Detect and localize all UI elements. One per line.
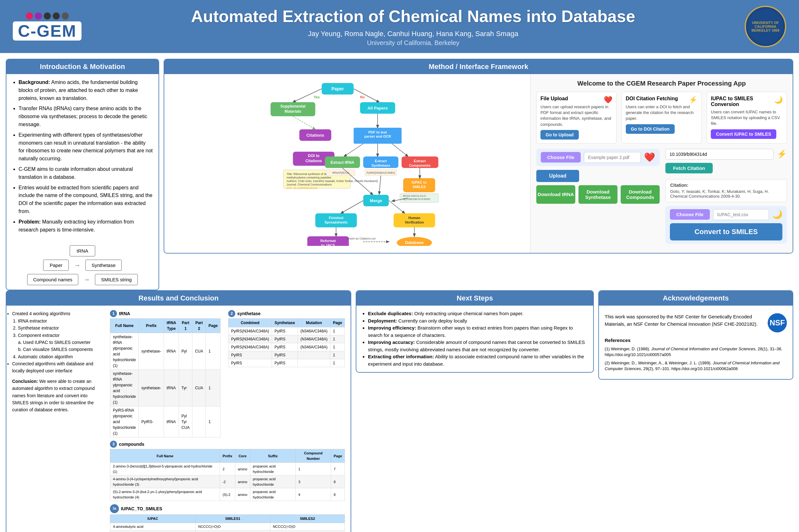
svg-text:All Papers: All Papers xyxy=(367,106,388,111)
results-title: Results and Conclusion xyxy=(6,291,350,306)
conclusion-box: Conclusion: We were able to create an au… xyxy=(12,378,104,414)
svg-text:Synthetase: Synthetase xyxy=(371,164,390,167)
result-bullet-connected: Connected algorithms with database and l… xyxy=(12,360,104,375)
svg-text:Extract: Extract xyxy=(375,159,387,163)
app-features: File Upload ❤️ Users can upload research… xyxy=(536,92,787,144)
table-row: synthetase-tRNA ylpropanoic acid hydroch… xyxy=(110,333,220,370)
left-panel: Introduction & Motivation Background: Am… xyxy=(6,59,159,290)
svg-line-11 xyxy=(293,116,315,129)
svg-text:Finished: Finished xyxy=(329,216,343,220)
intro-bullet-6: Problem: Manually extracting key informa… xyxy=(19,218,153,234)
logo-circle-2 xyxy=(35,13,42,19)
smiles-choose-file-button[interactable]: Choose File xyxy=(670,209,710,220)
svg-text:Extract tRNA: Extract tRNA xyxy=(330,160,354,165)
references-title: References xyxy=(605,337,787,344)
svg-text:Database: Database xyxy=(405,240,424,245)
method-app: Welcome to the CGEM Research Paper Proce… xyxy=(530,74,793,253)
result-bullet-component: Component extractor Used IUPAC to SMILES… xyxy=(18,332,104,353)
svg-text:Paper: Paper xyxy=(331,86,344,91)
diagram-smiles: SMILES string xyxy=(95,274,138,285)
moon-icon-1: 🌙 xyxy=(774,96,783,104)
intro-bullet-2: Transfer RNAs (tRNAs) carry these amino … xyxy=(19,105,153,128)
convert-iupac-button[interactable]: Convert IUPAC to SMILES xyxy=(711,129,776,139)
download-compounds-button[interactable]: Download Compounds xyxy=(621,185,660,204)
svg-text:Supplemental: Supplemental xyxy=(280,104,306,109)
table-row: PyIRS-tRNA ylpropanoic acid hydrochlorid… xyxy=(110,406,220,437)
table1-col-part2: Part 2 xyxy=(193,319,206,333)
svg-text:Human: Human xyxy=(408,216,421,220)
nextsteps-panel: Next Steps Exclude duplicates: Only extr… xyxy=(356,290,594,373)
table2: Combined Synthetase Mutation Page PyIRS(… xyxy=(228,318,345,367)
main-content: Introduction & Motivation Background: Am… xyxy=(0,53,799,290)
choose-file-button[interactable]: Choose File xyxy=(541,152,581,163)
upload-button[interactable]: Upload xyxy=(536,170,579,182)
lightning-icon: ⚡ xyxy=(689,96,697,104)
logo-circle-1 xyxy=(26,13,33,19)
intro-bullet-5: Entries would be extracted from scientif… xyxy=(19,184,153,215)
app-upload-section: Choose File Example paper 2.pdf ❤️ Uploa… xyxy=(536,149,660,244)
feature-smiles: IUPAC to SMILES Conversion 🌙 Users can c… xyxy=(707,92,787,144)
ack-content: This work was sponsored by the NSF Cente… xyxy=(605,313,787,332)
table3a-section: 3a IUPAC_TO_SMILES IUPAC SMILES1 SMILES2 xyxy=(110,504,345,532)
svg-text:Materials: Materials xyxy=(285,109,301,114)
svg-line-29 xyxy=(392,144,408,156)
download-trna-button[interactable]: Download tRNA xyxy=(536,185,575,204)
page-title: Automated Extraction of Chemical Names i… xyxy=(91,6,735,26)
table-row: 2-amino-3-(benzo[d][1,3]dioxol-5-ylpropa… xyxy=(110,463,345,475)
table3-section: 3 compounds Full Name Prefix Core Suffix xyxy=(110,441,345,501)
diagram-arrow-2: → xyxy=(84,276,90,283)
reference-2: (2) Weininger, D., Weininger, A., & Wein… xyxy=(605,360,787,372)
table-row: PyIRS(N346A/C348A)PyIRS(N346A/C348A)1 xyxy=(229,335,345,343)
result-bullet-synthetase: Synthetase extractor xyxy=(18,324,104,331)
go-to-doi-button[interactable]: Go to DOI Citation xyxy=(626,124,675,134)
svg-text:Yes: Yes xyxy=(314,95,320,99)
feature-file-upload: File Upload ❤️ Users can upload research… xyxy=(536,92,617,144)
table1-col-prefix: Prefix xyxy=(139,319,164,333)
nextstep-1: Exclude duplicates: Only extracting uniq… xyxy=(368,310,587,318)
table3-badge: 3 xyxy=(110,441,117,448)
app-title: Welcome to the CGEM Research Paper Proce… xyxy=(536,80,787,87)
diagram-arrow-1: → xyxy=(74,262,80,269)
acknowledgements-body: This work was sponsored by the NSF Cente… xyxy=(599,306,793,379)
result-bullet-trna: tRNA extractor xyxy=(18,318,104,324)
svg-line-27 xyxy=(344,144,363,156)
header-authors: Jay Yeung, Roma Nagle, Canhui Huang, Han… xyxy=(91,30,735,38)
results-tables-top: 1 tRNA Full Name Prefix tRNA Type Part xyxy=(110,310,345,437)
table-row: PyIRSPyIRS1 xyxy=(229,351,345,359)
method-title: Method / Interface Framework xyxy=(164,59,793,74)
doi-input[interactable] xyxy=(666,149,774,160)
table2-col-combined: Combined xyxy=(229,319,272,327)
svg-text:Components: Components xyxy=(409,164,431,167)
table1-col-type: tRNA Type xyxy=(164,319,179,333)
svg-text:Citations: Citations xyxy=(307,133,324,138)
table-row: (R/S)-4-amino-3-hydroxy butyric acidNCC(… xyxy=(110,530,345,532)
svg-text:BCO2-OSCC(-C)=C: BCO2-OSCC(-C)=C xyxy=(403,194,426,197)
intro-title: Introduction & Motivation xyxy=(6,59,159,74)
feature-upload-desc: Users can upload research papers in PDF … xyxy=(541,104,612,128)
citation-label: Citation: xyxy=(670,183,782,188)
diagram-paper: Paper xyxy=(43,260,69,271)
svg-text:Citations: Citations xyxy=(306,159,322,163)
upload-row: Choose File Example paper 2.pdf ❤️ xyxy=(536,149,660,166)
doi-row: ⚡ xyxy=(666,149,787,160)
results-bullets: Created 4 working algorithms tRNA extrac… xyxy=(12,310,104,375)
acknowledgements-panel: Acknowledgements This work was sponsored… xyxy=(598,290,793,379)
fetch-citation-button[interactable]: Fetch Citation xyxy=(666,163,713,173)
svg-text:Insert as Citations.csv: Insert as Citations.csv xyxy=(347,237,376,240)
svg-line-54 xyxy=(341,201,363,213)
method-body: Paper Supplemental Materials All Papers xyxy=(164,74,793,253)
download-row: Download tRNA Download Synthetase Downlo… xyxy=(536,185,660,204)
svg-text:parser and OCR: parser and OCR xyxy=(364,134,391,138)
download-synthetase-button[interactable]: Download Synthetase xyxy=(579,185,617,204)
convert-to-smiles-button[interactable]: Convert to SMILES xyxy=(670,223,782,241)
nextstep-4: Improving accuracy: Considerable amount … xyxy=(368,339,587,353)
feature-upload-title: File Upload xyxy=(541,96,568,101)
table1-col-fullname: Full Name xyxy=(110,319,139,333)
svg-text:SMILES: SMILES xyxy=(413,185,426,189)
go-to-upload-button[interactable]: Go to Upload xyxy=(541,130,579,139)
flowchart-svg: Paper Supplemental Materials All Papers xyxy=(170,80,525,246)
table3a-label: IUPAC_TO_SMILES xyxy=(121,506,162,512)
table-row: 4-amino-3-(4-cyclopentylmethoxyphenyl)pr… xyxy=(110,475,345,488)
lightning-icon-2: ⚡ xyxy=(777,149,787,159)
citation-text: Goto, Y; Iwasaki, K; Torikai, K; Murakam… xyxy=(670,189,782,198)
